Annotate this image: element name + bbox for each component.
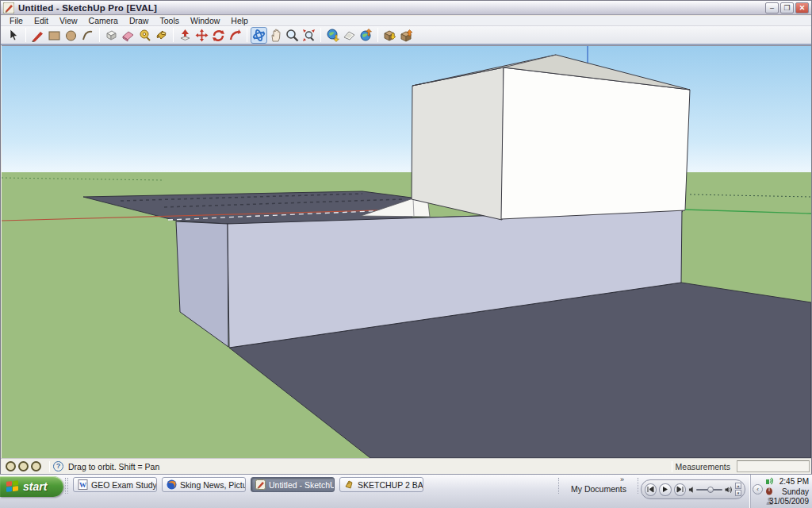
main-toolbar bbox=[1, 26, 811, 45]
start-button[interactable]: start bbox=[0, 476, 63, 497]
taskbar-button-label: Sking News, Pictures ... bbox=[180, 480, 246, 490]
menu-file[interactable]: File bbox=[4, 16, 29, 25]
menu-help[interactable]: Help bbox=[225, 16, 254, 25]
tape-measure-tool-icon[interactable] bbox=[136, 27, 153, 44]
title-bar[interactable]: Untitled - SketchUp Pro [EVAL] – ❐ ✕ bbox=[1, 1, 811, 15]
status-medallions bbox=[1, 461, 46, 471]
taskbar-button-label: Untitled - SketchUp P... bbox=[269, 480, 335, 490]
orbit-tool-icon[interactable] bbox=[251, 27, 267, 44]
toolbar-separator bbox=[173, 28, 174, 42]
toolbar-separator bbox=[377, 28, 378, 42]
clock-time: 2:45 PM bbox=[769, 477, 809, 487]
overflow-chevron-icon[interactable]: » bbox=[620, 475, 624, 483]
deskband-grip[interactable] bbox=[558, 478, 561, 494]
get-current-view-icon[interactable] bbox=[324, 27, 341, 44]
next-track-button[interactable] bbox=[674, 483, 686, 496]
circle-tool-icon[interactable] bbox=[63, 27, 79, 44]
menu-camera[interactable]: Camera bbox=[83, 16, 124, 25]
volume-slider[interactable] bbox=[696, 489, 722, 491]
deskband-grip[interactable] bbox=[638, 478, 640, 494]
sketchup-icon bbox=[255, 479, 266, 490]
folder-item-icon bbox=[344, 479, 354, 490]
word-document-icon: W bbox=[78, 479, 88, 490]
menu-bar: File Edit View Camera Draw Tools Window … bbox=[1, 16, 811, 26]
loud-speaker-icon[interactable] bbox=[725, 486, 732, 494]
push-pull-tool-icon[interactable] bbox=[177, 27, 193, 44]
svg-text:W: W bbox=[79, 481, 86, 489]
clock-day: Sunday bbox=[769, 487, 809, 498]
claim-medallion-icon[interactable] bbox=[31, 461, 41, 471]
quick-launch-grip[interactable] bbox=[65, 478, 68, 494]
status-bar: ? Drag to orbit. Shift = Pan Measurement… bbox=[1, 458, 811, 474]
close-button[interactable]: ✕ bbox=[795, 2, 809, 13]
sketchup-window: Untitled - SketchUp Pro [EVAL] – ❐ ✕ Fil… bbox=[0, 0, 812, 474]
media-band-spinner[interactable]: ▴▾ bbox=[735, 483, 741, 496]
toolbar-separator bbox=[320, 28, 321, 42]
toggle-terrain-icon[interactable] bbox=[341, 27, 358, 44]
menu-window[interactable]: Window bbox=[185, 16, 225, 25]
toolbar-separator bbox=[247, 28, 247, 42]
house-front-face[interactable] bbox=[501, 67, 690, 219]
mute-speaker-icon[interactable] bbox=[688, 486, 695, 494]
paint-bucket-tool-icon[interactable] bbox=[153, 27, 170, 44]
taskbar-button-word[interactable]: W GEO Exam Study Not... bbox=[73, 477, 157, 492]
line-tool-icon[interactable] bbox=[29, 27, 46, 44]
clock-date: 31/05/2009 bbox=[769, 497, 809, 507]
zoom-extents-tool-icon[interactable] bbox=[301, 27, 317, 44]
menu-draw[interactable]: Draw bbox=[124, 16, 155, 25]
my-documents-band[interactable]: My Documents bbox=[565, 484, 633, 494]
arc-tool-icon[interactable] bbox=[79, 27, 96, 44]
firefox-icon bbox=[167, 479, 177, 490]
taskbar-button-label: SKETCHUP 2 BACK W... bbox=[358, 480, 423, 490]
start-label: start bbox=[23, 480, 47, 493]
rectangle-tool-icon[interactable] bbox=[46, 27, 63, 44]
help-icon[interactable]: ? bbox=[53, 461, 63, 471]
credit-medallion-icon[interactable] bbox=[18, 461, 29, 471]
taskbar: start W GEO Exam Study Not... Sking News… bbox=[0, 474, 812, 508]
share-model-icon[interactable] bbox=[398, 27, 415, 44]
menu-tools[interactable]: Tools bbox=[154, 16, 185, 25]
toolbar-separator bbox=[25, 28, 26, 42]
zoom-tool-icon[interactable] bbox=[284, 27, 301, 44]
sky bbox=[2, 46, 811, 173]
modeling-viewport[interactable] bbox=[2, 45, 811, 458]
follow-me-tool-icon[interactable] bbox=[227, 27, 243, 44]
window-title: Untitled - SketchUp Pro [EVAL] bbox=[18, 3, 157, 13]
media-player-band: ▴▾ bbox=[641, 479, 745, 499]
viewport-canvas[interactable] bbox=[2, 46, 811, 458]
move-tool-icon[interactable] bbox=[193, 27, 210, 44]
taskbar-button-label: GEO Exam Study Not... bbox=[91, 480, 157, 490]
measurements-label: Measurements bbox=[676, 462, 730, 471]
previous-track-button[interactable] bbox=[645, 483, 657, 496]
pan-tool-icon[interactable] bbox=[267, 27, 284, 44]
status-hint-text: Drag to orbit. Shift = Pan bbox=[68, 462, 159, 471]
play-button[interactable] bbox=[659, 483, 671, 496]
statusbar-separator bbox=[672, 461, 672, 472]
get-models-icon[interactable] bbox=[381, 27, 398, 44]
make-component-tool-icon[interactable] bbox=[103, 27, 120, 44]
tray-clock[interactable]: 2:45 PM Sunday 31/05/2009 bbox=[769, 477, 809, 507]
rotate-tool-icon[interactable] bbox=[210, 27, 227, 44]
taskbar-button-firefox[interactable]: Sking News, Pictures ... bbox=[162, 477, 246, 492]
select-tool-icon[interactable] bbox=[6, 27, 22, 44]
minimize-button[interactable]: – bbox=[765, 2, 779, 13]
toolbar-separator bbox=[99, 28, 100, 42]
taskbar-button-sketchup-file[interactable]: SKETCHUP 2 BACK W... bbox=[339, 477, 423, 492]
taskbar-button-sketchup[interactable]: Untitled - SketchUp P... bbox=[251, 477, 335, 492]
geolocation-medallion-icon[interactable] bbox=[6, 461, 16, 471]
eraser-tool-icon[interactable] bbox=[120, 27, 136, 44]
menu-edit[interactable]: Edit bbox=[29, 16, 54, 25]
place-model-icon[interactable] bbox=[358, 27, 374, 44]
windows-flag-icon bbox=[6, 480, 19, 493]
restore-button[interactable]: ❐ bbox=[780, 2, 794, 13]
statusbar-separator bbox=[49, 461, 50, 472]
house-left-face[interactable] bbox=[412, 67, 504, 220]
volume-slider-thumb[interactable] bbox=[707, 487, 714, 493]
sketchup-app-icon bbox=[3, 2, 14, 13]
system-tray: ‹ 2:45 PM Sunday 31/05/2009 bbox=[750, 475, 812, 508]
tray-chevron-icon[interactable]: ‹ bbox=[753, 484, 763, 495]
menu-view[interactable]: View bbox=[54, 16, 83, 25]
measurements-field[interactable] bbox=[737, 460, 810, 472]
